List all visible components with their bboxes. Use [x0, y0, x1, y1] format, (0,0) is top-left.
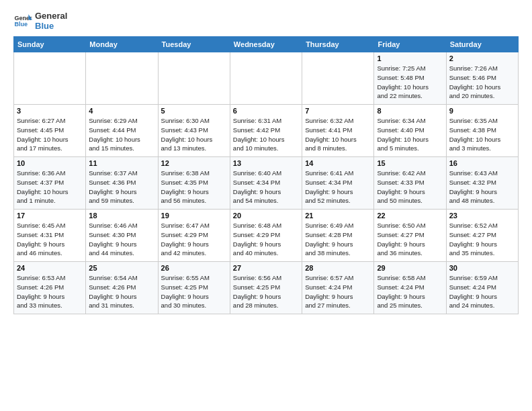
calendar-cell: 4Sunrise: 6:29 AM Sunset: 4:44 PM Daylig… — [86, 105, 158, 157]
day-number: 27 — [233, 264, 299, 272]
day-number: 13 — [233, 159, 299, 167]
day-number: 30 — [449, 264, 515, 272]
day-info: Sunrise: 6:58 AM Sunset: 4:24 PM Dayligh… — [377, 273, 443, 310]
weekday-header: Monday — [86, 37, 158, 52]
calendar-cell: 9Sunrise: 6:35 AM Sunset: 4:38 PM Daylig… — [446, 105, 518, 157]
calendar-week-row: 3Sunrise: 6:27 AM Sunset: 4:45 PM Daylig… — [14, 105, 519, 157]
calendar-cell: 10Sunrise: 6:36 AM Sunset: 4:37 PM Dayli… — [14, 157, 86, 210]
calendar-week-row: 24Sunrise: 6:53 AM Sunset: 4:26 PM Dayli… — [14, 262, 519, 314]
calendar-cell: 14Sunrise: 6:41 AM Sunset: 4:34 PM Dayli… — [302, 157, 374, 210]
calendar-cell: 20Sunrise: 6:48 AM Sunset: 4:29 PM Dayli… — [230, 210, 302, 262]
day-info: Sunrise: 6:50 AM Sunset: 4:27 PM Dayligh… — [377, 221, 443, 258]
calendar-cell: 19Sunrise: 6:47 AM Sunset: 4:29 PM Dayli… — [158, 210, 230, 262]
calendar-cell: 24Sunrise: 6:53 AM Sunset: 4:26 PM Dayli… — [14, 262, 86, 314]
day-info: Sunrise: 6:43 AM Sunset: 4:32 PM Dayligh… — [449, 169, 515, 205]
day-info: Sunrise: 6:30 AM Sunset: 4:43 PM Dayligh… — [161, 116, 227, 153]
day-number: 7 — [305, 107, 371, 115]
calendar-cell: 15Sunrise: 6:42 AM Sunset: 4:33 PM Dayli… — [374, 157, 446, 210]
calendar-cell — [230, 52, 302, 105]
weekday-header: Tuesday — [158, 37, 230, 52]
calendar-week-row: 10Sunrise: 6:36 AM Sunset: 4:37 PM Dayli… — [14, 157, 519, 210]
day-number: 24 — [17, 264, 83, 272]
calendar-cell: 28Sunrise: 6:57 AM Sunset: 4:24 PM Dayli… — [302, 262, 374, 314]
day-number: 10 — [17, 159, 83, 167]
calendar-cell: 26Sunrise: 6:55 AM Sunset: 4:25 PM Dayli… — [158, 262, 230, 314]
day-number: 29 — [377, 264, 443, 272]
page-header: General Blue General Blue — [13, 11, 519, 31]
logo-icon: General Blue — [13, 11, 32, 30]
day-info: Sunrise: 6:29 AM Sunset: 4:44 PM Dayligh… — [89, 116, 154, 153]
day-info: Sunrise: 6:40 AM Sunset: 4:34 PM Dayligh… — [233, 169, 299, 205]
calendar-cell: 17Sunrise: 6:45 AM Sunset: 4:31 PM Dayli… — [14, 210, 86, 262]
calendar-cell: 6Sunrise: 6:31 AM Sunset: 4:42 PM Daylig… — [230, 105, 302, 157]
day-info: Sunrise: 6:46 AM Sunset: 4:30 PM Dayligh… — [89, 221, 154, 258]
day-number: 19 — [161, 212, 227, 220]
svg-text:Blue: Blue — [14, 21, 28, 28]
day-info: Sunrise: 6:34 AM Sunset: 4:40 PM Dayligh… — [377, 116, 443, 153]
day-number: 20 — [233, 212, 299, 220]
calendar-cell: 22Sunrise: 6:50 AM Sunset: 4:27 PM Dayli… — [374, 210, 446, 262]
calendar-cell: 29Sunrise: 6:58 AM Sunset: 4:24 PM Dayli… — [374, 262, 446, 314]
day-number: 18 — [89, 212, 154, 220]
day-info: Sunrise: 6:31 AM Sunset: 4:42 PM Dayligh… — [233, 116, 299, 153]
day-number: 1 — [377, 54, 443, 62]
day-info: Sunrise: 7:26 AM Sunset: 5:46 PM Dayligh… — [449, 64, 515, 101]
day-number: 8 — [377, 107, 443, 115]
day-number: 28 — [305, 264, 371, 272]
calendar-header: SundayMondayTuesdayWednesdayThursdayFrid… — [14, 37, 519, 52]
day-info: Sunrise: 6:55 AM Sunset: 4:25 PM Dayligh… — [161, 273, 227, 310]
day-number: 23 — [449, 212, 515, 220]
day-number: 14 — [305, 159, 371, 167]
calendar-cell: 11Sunrise: 6:37 AM Sunset: 4:36 PM Dayli… — [86, 157, 158, 210]
day-number: 22 — [377, 212, 443, 220]
logo-line2: Blue — [35, 21, 67, 31]
logo: General Blue General Blue — [13, 11, 67, 31]
logo-line1: General — [35, 11, 67, 21]
calendar-cell: 21Sunrise: 6:49 AM Sunset: 4:28 PM Dayli… — [302, 210, 374, 262]
day-number: 9 — [449, 107, 515, 115]
weekday-header: Saturday — [446, 37, 518, 52]
day-number: 26 — [161, 264, 227, 272]
day-info: Sunrise: 6:32 AM Sunset: 4:41 PM Dayligh… — [305, 116, 371, 153]
day-number: 3 — [17, 107, 83, 115]
calendar-cell: 3Sunrise: 6:27 AM Sunset: 4:45 PM Daylig… — [14, 105, 86, 157]
weekday-header: Sunday — [14, 37, 86, 52]
calendar-cell: 1Sunrise: 7:25 AM Sunset: 5:48 PM Daylig… — [374, 52, 446, 105]
calendar-cell: 8Sunrise: 6:34 AM Sunset: 4:40 PM Daylig… — [374, 105, 446, 157]
day-info: Sunrise: 7:25 AM Sunset: 5:48 PM Dayligh… — [377, 64, 443, 101]
weekday-row: SundayMondayTuesdayWednesdayThursdayFrid… — [14, 37, 519, 52]
calendar-cell: 30Sunrise: 6:59 AM Sunset: 4:24 PM Dayli… — [446, 262, 518, 314]
day-number: 12 — [161, 159, 227, 167]
calendar-cell — [302, 52, 374, 105]
calendar-cell: 25Sunrise: 6:54 AM Sunset: 4:26 PM Dayli… — [86, 262, 158, 314]
day-info: Sunrise: 6:53 AM Sunset: 4:26 PM Dayligh… — [17, 273, 83, 310]
calendar-week-row: 17Sunrise: 6:45 AM Sunset: 4:31 PM Dayli… — [14, 210, 519, 262]
calendar-cell: 2Sunrise: 7:26 AM Sunset: 5:46 PM Daylig… — [446, 52, 518, 105]
calendar-cell: 5Sunrise: 6:30 AM Sunset: 4:43 PM Daylig… — [158, 105, 230, 157]
calendar-week-row: 1Sunrise: 7:25 AM Sunset: 5:48 PM Daylig… — [14, 52, 519, 105]
day-info: Sunrise: 6:47 AM Sunset: 4:29 PM Dayligh… — [161, 221, 227, 258]
calendar-cell: 13Sunrise: 6:40 AM Sunset: 4:34 PM Dayli… — [230, 157, 302, 210]
weekday-header: Friday — [374, 37, 446, 52]
day-number: 4 — [89, 107, 154, 115]
day-info: Sunrise: 6:35 AM Sunset: 4:38 PM Dayligh… — [449, 116, 515, 153]
calendar-cell: 18Sunrise: 6:46 AM Sunset: 4:30 PM Dayli… — [86, 210, 158, 262]
calendar-cell: 23Sunrise: 6:52 AM Sunset: 4:27 PM Dayli… — [446, 210, 518, 262]
day-number: 16 — [449, 159, 515, 167]
day-number: 11 — [89, 159, 154, 167]
day-number: 5 — [161, 107, 227, 115]
day-number: 17 — [17, 212, 83, 220]
day-number: 21 — [305, 212, 371, 220]
calendar-cell — [14, 52, 86, 105]
day-number: 25 — [89, 264, 154, 272]
day-number: 2 — [449, 54, 515, 62]
day-info: Sunrise: 6:48 AM Sunset: 4:29 PM Dayligh… — [233, 221, 299, 258]
day-info: Sunrise: 6:45 AM Sunset: 4:31 PM Dayligh… — [17, 221, 83, 258]
day-info: Sunrise: 6:37 AM Sunset: 4:36 PM Dayligh… — [89, 169, 154, 205]
weekday-header: Thursday — [302, 37, 374, 52]
calendar-cell — [158, 52, 230, 105]
day-info: Sunrise: 6:38 AM Sunset: 4:35 PM Dayligh… — [161, 169, 227, 205]
day-info: Sunrise: 6:52 AM Sunset: 4:27 PM Dayligh… — [449, 221, 515, 258]
calendar-cell: 12Sunrise: 6:38 AM Sunset: 4:35 PM Dayli… — [158, 157, 230, 210]
calendar-cell: 7Sunrise: 6:32 AM Sunset: 4:41 PM Daylig… — [302, 105, 374, 157]
